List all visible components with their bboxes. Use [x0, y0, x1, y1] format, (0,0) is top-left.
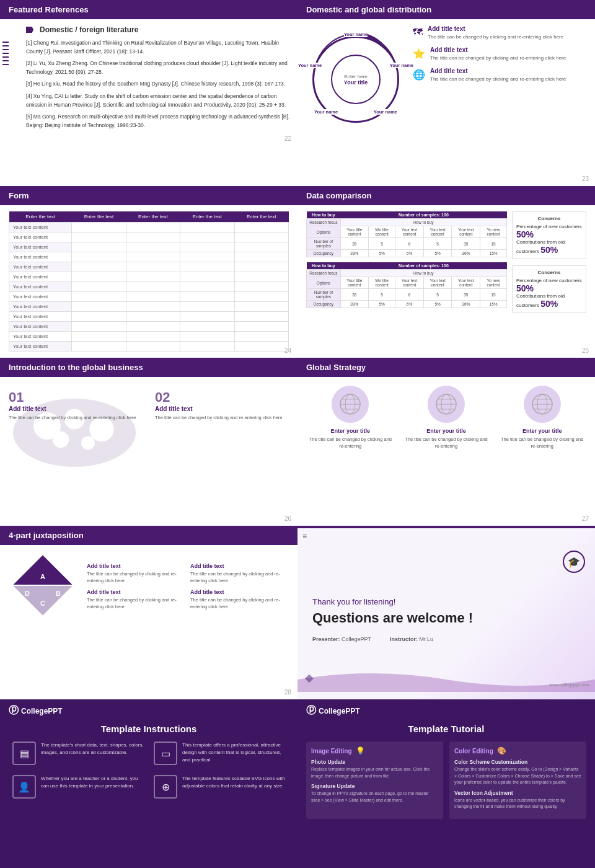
slide-number: 28	[284, 689, 291, 696]
strategy-items: Enter your title The title can be change…	[306, 386, 586, 450]
slide-26-header: Introduction to the global business	[0, 358, 298, 377]
slide-number: 25	[582, 347, 589, 354]
juxt-item-1: Add title text The title can be changed …	[190, 563, 289, 584]
logo-icon-31: ⓟ	[306, 704, 316, 717]
slide-28-header: 4-part juxtaposition	[0, 526, 298, 545]
instr-item-0: ▤ The template's chart data, text, shape…	[12, 742, 144, 765]
slide-27: Global Strategy Enter your title The	[298, 358, 595, 526]
col-header-2: Enter the text	[126, 211, 180, 223]
col-header-1: Enter the text	[72, 211, 126, 223]
slide-29: ≡ 🎓 Thank you for listening! Questions a…	[298, 526, 595, 699]
logo-text-31: CollegePPT	[319, 707, 360, 715]
svg-point-6	[81, 436, 95, 450]
tutorial-section-title-1: Color Editing	[454, 748, 493, 755]
map-icon: 🗺	[413, 27, 423, 38]
global-items: 01 Add title text The title can be chang…	[9, 389, 289, 422]
thankyou-footer: Presenter: CollegePPT Instructor: Mr.Lu	[312, 636, 473, 642]
svg-text:A: A	[40, 573, 45, 580]
circle-inner: Enter here Your title	[331, 55, 381, 104]
tutorial-item-1-0: Color Scheme Customization Change the sl…	[454, 759, 581, 786]
global-num-0: 01	[9, 389, 143, 405]
tutorial-section-0: Image Editing 💡 Photo Update Replace tem…	[306, 742, 443, 819]
col-header-3: Enter the text	[180, 211, 234, 223]
collegeppt-logo-31: ⓟ CollegePPT	[298, 699, 595, 720]
data-table-2: How to buy Number of samples: 100 Resear…	[306, 262, 507, 308]
col-header-4: Enter the text	[234, 211, 288, 223]
tutorial-icon-1: 🎨	[497, 746, 506, 755]
logo-text-30: CollegePPT	[21, 707, 63, 715]
slide-number: 27	[582, 515, 589, 522]
slide-22: Featured References Domestic / foreign l…	[0, 0, 298, 186]
dist-body-0: The title can be changed by clicking and…	[428, 33, 563, 40]
slide-31-header: Template Tutorial	[298, 720, 595, 742]
circle-label-right: Your name	[390, 63, 413, 68]
global-item-1: 02 Add title text The title can be chang…	[155, 389, 289, 422]
strategy-body-0: The title can be changed by clicking and…	[306, 436, 395, 450]
how-to-buy-2: How to buy	[307, 262, 341, 270]
ref-section-title: Domestic / foreign literature	[26, 25, 294, 34]
juxt-item-3: Add title text The title can be changed …	[190, 589, 289, 610]
slide-24-content: Enter the text Enter the text Enter the …	[0, 205, 298, 358]
slide-25-header: Data comparison	[298, 186, 595, 205]
num-samples-1: Number of samples: 100	[340, 211, 506, 219]
strategy-title-1: Enter your title	[402, 428, 491, 434]
collegeppt-logo-30: ⓟ CollegePPT	[0, 699, 298, 720]
tag-icon	[26, 27, 33, 33]
slide-30-header: Template Instructions	[0, 720, 298, 742]
data-table-1: How to buy Number of samples: 100 Resear…	[306, 211, 507, 257]
ref-item: [5] Ma Gong. Research on multi-objective…	[26, 113, 294, 130]
svg-point-5	[53, 432, 69, 448]
dist-item-1: ⭐ Add title text The title can be change…	[413, 46, 586, 61]
star-icon: ⭐	[413, 48, 425, 60]
instr-text-0: The template's chart data, text, shapes,…	[41, 742, 144, 756]
dist-body-1: The title can be changed by clicking and…	[430, 55, 566, 61]
form-table: Enter the text Enter the text Enter the …	[9, 211, 289, 352]
strategy-body-2: The title can be changed by clicking and…	[498, 436, 586, 450]
slide-number: 24	[284, 347, 291, 354]
circle-diagram: Enter here Your title Your name Your nam…	[306, 25, 405, 125]
global-title-1: Add title text	[155, 405, 289, 412]
tutorial-item-0-1: Signature Update To change in PPT's sign…	[311, 783, 438, 804]
slide-23: Domestic and global distribution Enter h…	[298, 0, 595, 186]
slide-number: 22	[284, 135, 291, 142]
slide-22-header: Featured References	[0, 0, 298, 19]
wave-svg	[298, 667, 595, 692]
global-title-0: Add title text	[9, 405, 143, 412]
globe-icon-1	[428, 386, 465, 423]
slide-28: 4-part juxtaposition A B C D Add	[0, 526, 298, 699]
instr-icon-2: 👤	[12, 775, 36, 799]
svg-marker-23	[12, 554, 74, 585]
circle-outer: Enter here Your title Your name Your nam…	[312, 36, 399, 123]
circle-label-br: Your name	[374, 109, 397, 115]
tutorial-icon-0: 💡	[356, 746, 365, 755]
diamond-svg: A B C D	[9, 551, 77, 619]
ref-list: [1] Cheng Rui. Investigation and Thinkin…	[26, 39, 294, 130]
slide-31: ⓟ CollegePPT Template Tutorial Image Edi…	[298, 699, 595, 868]
instr-text-1: This template offers a professional, att…	[182, 742, 285, 764]
slide-25: Data comparison How to buy Number of sam…	[298, 186, 595, 358]
instr-icon-0: ▤	[12, 742, 36, 765]
strategy-title-0: Enter your title	[306, 428, 395, 434]
num-samples-2: Number of samples: 100	[340, 262, 506, 270]
menu-icon: ≡	[302, 532, 307, 541]
strategy-item-2: Enter your title The title can be change…	[498, 386, 586, 450]
svg-text:D: D	[25, 590, 30, 597]
slide-number: 23	[582, 175, 589, 182]
slide-26: Introduction to the global business 01 A…	[0, 358, 298, 526]
tutorial-item-0-0: Photo Update Replace template images in …	[311, 759, 438, 779]
logo-icon-30: ⓟ	[9, 704, 19, 717]
instr-text-3: The template features scalable SVG icons…	[182, 775, 285, 790]
slide-23-header: Domestic and global distribution	[298, 0, 595, 19]
globe-icon: 🌐	[413, 69, 425, 81]
data-tables: How to buy Number of samples: 100 Resear…	[306, 211, 507, 319]
instr-icon-1: ▭	[154, 742, 177, 765]
slide-24-header: Form	[0, 186, 298, 205]
tutorial-section-title-0: Image Editing	[311, 748, 352, 755]
dist-item-2: 🌐 Add title text The title can be change…	[413, 68, 586, 82]
slide-25-content: How to buy Number of samples: 100 Resear…	[298, 205, 595, 326]
slide-27-content: Enter your title The title can be change…	[298, 377, 595, 462]
strategy-item-1: Enter your title The title can be change…	[402, 386, 491, 450]
circle-label-left: Your name	[298, 63, 322, 68]
dist-info: 🗺 Add title text The title can be change…	[413, 25, 586, 125]
logo-circle: 🎓	[563, 551, 585, 573]
